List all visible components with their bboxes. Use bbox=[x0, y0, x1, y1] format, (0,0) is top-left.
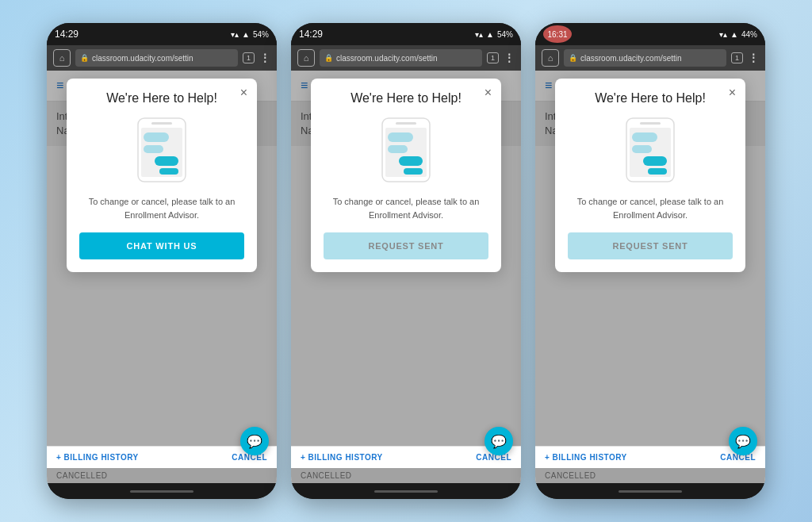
status-bar: 14:29 ▾▴ ▲ 54% bbox=[47, 23, 277, 45]
url-text: classroom.udacity.com/settin bbox=[336, 54, 438, 63]
home-button[interactable]: ⌂ bbox=[297, 49, 315, 67]
svg-rect-17 bbox=[632, 132, 657, 142]
battery-text: 54% bbox=[497, 30, 513, 39]
modal-description: To change or cancel, please talk to an E… bbox=[79, 195, 244, 221]
page-content: ≡ Settings Intro to Machine LearningNano… bbox=[535, 71, 765, 483]
battery-text: 54% bbox=[253, 30, 269, 39]
signal-icon: ▲ bbox=[486, 30, 494, 39]
signal-icon: ▲ bbox=[242, 30, 250, 39]
fab-chat-button[interactable]: 💬 bbox=[485, 427, 513, 455]
svg-rect-18 bbox=[632, 145, 652, 153]
url-bar[interactable]: 🔒 classroom.udacity.com/settin bbox=[75, 49, 238, 67]
browser-menu-button[interactable]: ⋮ bbox=[748, 52, 759, 64]
browser-chrome: ⌂ 🔒 classroom.udacity.com/settin 1 ⋮ bbox=[535, 45, 765, 71]
status-icons: ▾▴ ▲ 44% bbox=[719, 30, 757, 39]
modal-description: To change or cancel, please talk to an E… bbox=[324, 195, 488, 221]
modal-title: We're Here to Help! bbox=[568, 91, 733, 106]
chat-fab-icon: 💬 bbox=[247, 434, 262, 449]
phone-phone3: 16:31 ▾▴ ▲ 44% ⌂ 🔒 classroom.udacity.com… bbox=[535, 23, 765, 499]
url-text: classroom.udacity.com/settin bbox=[580, 54, 682, 63]
browser-chrome: ⌂ 🔒 classroom.udacity.com/settin 1 ⋮ bbox=[291, 45, 521, 71]
modal-title: We're Here to Help! bbox=[79, 91, 244, 106]
status-time: 14:29 bbox=[55, 29, 79, 40]
svg-rect-20 bbox=[648, 168, 667, 175]
svg-rect-12 bbox=[399, 156, 423, 166]
browser-menu-button[interactable]: ⋮ bbox=[504, 52, 515, 64]
home-button[interactable]: ⌂ bbox=[53, 49, 71, 67]
help-modal: × We're Here to Help! To change or cance… bbox=[311, 79, 501, 272]
status-bar: 16:31 ▾▴ ▲ 44% bbox=[535, 23, 765, 45]
lock-icon: 🔒 bbox=[324, 54, 333, 62]
tab-count[interactable]: 1 bbox=[243, 52, 255, 63]
modal-title: We're Here to Help! bbox=[324, 91, 488, 106]
wifi-icon: ▾▴ bbox=[231, 30, 239, 39]
browser-chrome: ⌂ 🔒 classroom.udacity.com/settin 1 ⋮ bbox=[47, 45, 277, 71]
lock-icon: 🔒 bbox=[80, 54, 89, 62]
modal-overlay: × We're Here to Help! To change or cance… bbox=[47, 71, 277, 483]
chat-with-us-button[interactable]: CHAT WITH US bbox=[79, 232, 244, 259]
svg-rect-19 bbox=[643, 156, 667, 166]
svg-rect-13 bbox=[404, 168, 423, 175]
request-sent-button[interactable]: REQUEST SENT bbox=[324, 232, 488, 259]
chat-fab-icon: 💬 bbox=[491, 434, 507, 449]
help-modal: × We're Here to Help! To change or cance… bbox=[555, 79, 745, 272]
svg-rect-1 bbox=[151, 122, 172, 125]
fab-chat-button[interactable]: 💬 bbox=[240, 427, 269, 455]
lock-icon: 🔒 bbox=[569, 54, 577, 62]
status-bar: 14:29 ▾▴ ▲ 54% bbox=[291, 23, 521, 45]
svg-rect-15 bbox=[640, 122, 661, 125]
svg-rect-10 bbox=[388, 132, 413, 142]
svg-rect-3 bbox=[144, 132, 169, 142]
chat-fab-icon: 💬 bbox=[735, 434, 751, 449]
wifi-icon: ▾▴ bbox=[475, 30, 483, 39]
billing-history-link[interactable]: + BILLING HISTORY bbox=[545, 453, 627, 462]
help-modal: × We're Here to Help! To change or cance… bbox=[67, 79, 257, 272]
phone-phone2: 14:29 ▾▴ ▲ 54% ⌂ 🔒 classroom.udacity.com… bbox=[291, 23, 521, 499]
url-bar[interactable]: 🔒 classroom.udacity.com/settin bbox=[564, 49, 726, 67]
request-sent-button[interactable]: REQUEST SENT bbox=[568, 232, 733, 259]
status-time: 14:29 bbox=[299, 29, 323, 40]
signal-icon: ▲ bbox=[730, 30, 738, 39]
status-time: 16:31 bbox=[543, 25, 572, 43]
wifi-icon: ▾▴ bbox=[719, 30, 727, 39]
close-button[interactable]: × bbox=[240, 86, 247, 99]
modal-overlay: × We're Here to Help! To change or cance… bbox=[535, 71, 765, 483]
tab-count[interactable]: 1 bbox=[487, 52, 499, 63]
billing-history-link[interactable]: + BILLING HISTORY bbox=[301, 453, 383, 462]
svg-rect-6 bbox=[159, 168, 178, 175]
svg-rect-5 bbox=[155, 156, 178, 166]
svg-rect-4 bbox=[144, 145, 163, 153]
close-button[interactable]: × bbox=[729, 86, 736, 99]
svg-rect-11 bbox=[388, 145, 408, 153]
home-indicator bbox=[47, 483, 277, 499]
close-button[interactable]: × bbox=[485, 86, 492, 99]
phone-phone1: 14:29 ▾▴ ▲ 54% ⌂ 🔒 classroom.udacity.com… bbox=[47, 23, 277, 499]
status-icons: ▾▴ ▲ 54% bbox=[475, 30, 513, 39]
fab-chat-button[interactable]: 💬 bbox=[729, 427, 757, 455]
svg-rect-8 bbox=[396, 122, 416, 125]
browser-menu-button[interactable]: ⋮ bbox=[259, 52, 270, 64]
url-bar[interactable]: 🔒 classroom.udacity.com/settin bbox=[320, 49, 482, 67]
page-content: ≡ Settings Intro to Machine LearningNano… bbox=[291, 71, 521, 483]
billing-history-link[interactable]: + BILLING HISTORY bbox=[56, 453, 139, 462]
modal-description: To change or cancel, please talk to an E… bbox=[568, 195, 733, 221]
status-icons: ▾▴ ▲ 54% bbox=[231, 30, 269, 39]
home-bar bbox=[130, 490, 193, 493]
battery-text: 44% bbox=[741, 30, 757, 39]
tab-count[interactable]: 1 bbox=[731, 52, 743, 63]
home-bar bbox=[374, 490, 438, 493]
url-text: classroom.udacity.com/settin bbox=[92, 54, 193, 63]
home-indicator bbox=[291, 483, 521, 499]
modal-overlay: × We're Here to Help! To change or cance… bbox=[291, 71, 521, 483]
home-indicator bbox=[535, 483, 765, 499]
home-bar bbox=[619, 490, 682, 493]
home-button[interactable]: ⌂ bbox=[542, 49, 559, 67]
page-content: ≡ Settings Intro to Machine LearningNano… bbox=[47, 71, 277, 483]
